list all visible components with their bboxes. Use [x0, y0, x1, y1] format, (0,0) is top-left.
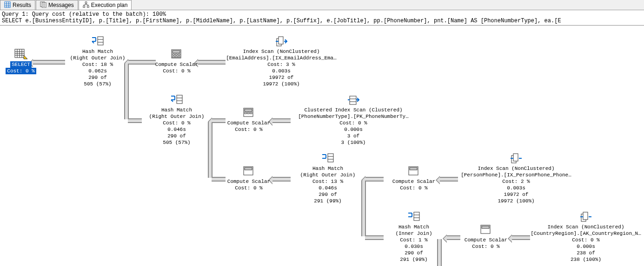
- node-rows-estimate: 505 (57%): [139, 139, 214, 146]
- node-subtitle: [PhoneNumberType].[PK_PhoneNumberTy…: [291, 113, 416, 120]
- node-title: Index Scan (NonClustered): [528, 224, 644, 230]
- node-time: 0.062s: [63, 68, 133, 74]
- tab-execution-plan[interactable]: Execution plan: [79, 0, 132, 10]
- node-rows-actual: 290 of: [63, 74, 133, 81]
- node-rows-actual: 3 of: [291, 133, 416, 139]
- node-rows-actual: 290 of: [291, 191, 365, 198]
- query-sql-line: SELECT e.[BusinessEntityID], p.[Title], …: [2, 18, 642, 24]
- node-time: 0.046s: [291, 185, 365, 191]
- tab-results-label: Results: [13, 2, 31, 8]
- plan-node-compute-scalar-1[interactable]: Compute Scalar Cost: 0 %: [151, 49, 202, 74]
- plan-node-compute-scalar-2[interactable]: Compute Scalar Cost: 0 %: [223, 107, 274, 133]
- select-icon: [14, 49, 27, 61]
- node-time: 0.000s: [291, 126, 416, 133]
- tab-messages-label: Messages: [48, 2, 74, 8]
- node-rows-actual: 238 of: [528, 250, 644, 256]
- node-cost: Cost: 0 %: [291, 120, 416, 126]
- node-cost: Cost: 0 %: [528, 237, 644, 243]
- grid-icon: [4, 1, 11, 9]
- node-rows-estimate: 505 (57%): [63, 81, 133, 87]
- svg-rect-50: [245, 168, 252, 170]
- node-cost: Cost: 0 %: [223, 185, 274, 191]
- plan-node-hash-match-1[interactable]: Hash Match (Right Outer Join) Cost: 18 %…: [63, 36, 133, 87]
- node-title: Hash Match: [63, 48, 133, 55]
- tab-messages[interactable]: Messages: [36, 0, 78, 10]
- node-title: Clustered Index Scan (Clustered): [291, 107, 416, 113]
- compute-scalar-icon: [408, 166, 420, 178]
- compute-scalar-icon: [171, 49, 183, 61]
- node-time: 0.003s: [221, 68, 342, 74]
- connector: [439, 177, 458, 182]
- plan-node-compute-scalar-4[interactable]: Compute Scalar Cost: 0 %: [386, 166, 442, 191]
- node-cost: Cost: 0 %: [386, 185, 442, 191]
- compute-scalar-icon: [480, 224, 492, 237]
- node-subtitle: [CountryRegion].[AK_CountryRegion_N…: [528, 230, 644, 237]
- node-title: Compute Scalar: [458, 237, 514, 243]
- index-scan-icon: [510, 153, 523, 165]
- node-title: Hash Match: [291, 165, 365, 172]
- plan-node-hash-match-2[interactable]: Hash Match (Right Outer Join) Cost: 0 % …: [139, 94, 214, 146]
- node-rows-actual: 19972 of: [221, 74, 342, 81]
- index-scan-icon: [275, 36, 288, 48]
- plan-node-clustered-index-scan-phonetype[interactable]: Clustered Index Scan (Clustered) [PhoneN…: [291, 94, 416, 146]
- plan-node-compute-scalar-3[interactable]: Compute Scalar Cost: 0 %: [223, 166, 274, 191]
- node-title: Compute Scalar: [223, 178, 274, 185]
- plan-node-index-scan-email[interactable]: Index Scan (NonClustered) [EmailAddress]…: [221, 36, 342, 87]
- svg-rect-42: [245, 109, 252, 111]
- tab-results[interactable]: Results: [0, 0, 35, 10]
- svg-marker-24: [24, 55, 27, 59]
- node-cost: Cost: 13 %: [291, 178, 365, 185]
- node-cost: Cost: 18 %: [63, 61, 133, 68]
- plan-node-hash-match-4[interactable]: Hash Match (Inner Join) Cost: 1 % 0.030s…: [381, 211, 446, 263]
- hash-match-icon: [170, 94, 183, 107]
- connector: [33, 60, 65, 65]
- tab-plan-label: Execution plan: [91, 2, 128, 8]
- plan-node-index-scan-countryregion[interactable]: Index Scan (NonClustered) [CountryRegion…: [528, 211, 644, 263]
- node-title: Compute Scalar: [223, 120, 274, 126]
- svg-rect-11: [83, 6, 85, 7]
- node-rows-estimate: 291 (99%): [291, 198, 365, 204]
- connector: [272, 118, 291, 123]
- node-subtitle: (Right Outer Join): [291, 172, 365, 178]
- tab-bar: Results Messages Execution plan: [0, 0, 644, 10]
- connector: [511, 235, 530, 240]
- index-scan-icon: [579, 211, 592, 224]
- connector: [365, 177, 384, 182]
- plan-node-select[interactable]: SELECT Cost: 0 %: [5, 49, 37, 74]
- select-label: SELECT: [10, 61, 32, 68]
- query-cost-line: Query 1: Query cost (relative to the bat…: [2, 11, 642, 18]
- svg-rect-62: [482, 226, 489, 228]
- node-time: 0.046s: [139, 126, 214, 133]
- plan-node-hash-match-3[interactable]: Hash Match (Right Outer Join) Cost: 13 %…: [291, 153, 365, 204]
- node-rows-actual: 290 of: [381, 250, 446, 256]
- svg-rect-64: [583, 212, 588, 220]
- plan-node-compute-scalar-5[interactable]: Compute Scalar Cost: 0 %: [458, 224, 514, 250]
- svg-rect-38: [177, 95, 182, 104]
- node-rows-actual: 19972 of: [456, 191, 577, 198]
- select-cost: Cost: 0 %: [6, 68, 36, 74]
- node-cost: Cost: 0 %: [151, 68, 202, 74]
- clustered-index-scan-icon: [347, 94, 360, 107]
- compute-scalar-icon: [243, 107, 255, 120]
- connector: [272, 177, 291, 182]
- node-rows-actual: 290 of: [139, 133, 214, 139]
- node-title: Index Scan (NonClustered): [456, 165, 577, 172]
- node-title: Hash Match: [381, 224, 446, 230]
- node-rows-estimate: 3 (100%): [291, 139, 416, 146]
- svg-rect-25: [98, 37, 103, 45]
- plan-node-index-scan-personphone[interactable]: Index Scan (NonClustered) [PersonPhone].…: [456, 153, 577, 204]
- svg-rect-46: [350, 96, 356, 104]
- node-time: 0.003s: [456, 185, 577, 191]
- plan-icon: [83, 1, 89, 9]
- svg-rect-58: [414, 212, 419, 221]
- node-rows-estimate: 19972 (100%): [456, 198, 577, 204]
- svg-rect-0: [5, 1, 10, 7]
- svg-rect-37: [279, 37, 283, 44]
- query-header: Query 1: Query cost (relative to the bat…: [0, 10, 644, 26]
- node-rows-estimate: 19972 (100%): [221, 81, 342, 87]
- node-title: Index Scan (NonClustered): [221, 48, 342, 55]
- execution-plan-canvas[interactable]: SELECT Cost: 0 % Hash Match (Right Outer…: [0, 26, 644, 266]
- compute-scalar-icon: [243, 166, 255, 178]
- node-cost: Cost: 0 %: [139, 120, 214, 126]
- node-subtitle: [EmailAddress].[IX_EmailAddress_Ema…: [221, 55, 342, 61]
